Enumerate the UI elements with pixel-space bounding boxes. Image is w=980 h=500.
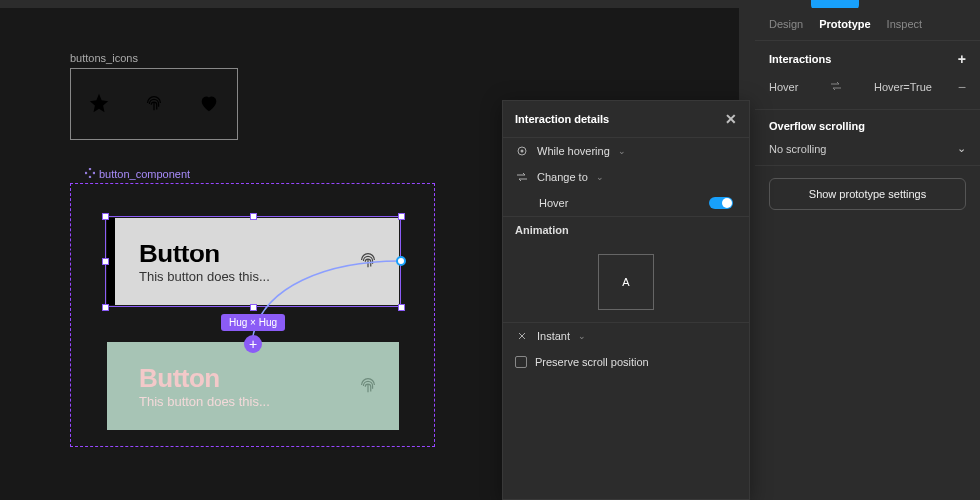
add-interaction-button[interactable]: + — [958, 51, 966, 67]
chevron-down-icon: ⌄ — [618, 146, 626, 156]
property-label: Hover — [539, 197, 568, 209]
svg-rect-3 — [93, 172, 95, 175]
animation-preview[interactable]: A — [598, 254, 654, 310]
constraint-badge: Hug × Hug — [221, 314, 285, 331]
fingerprint-icon — [143, 92, 165, 116]
add-variant-button[interactable]: + — [244, 335, 262, 353]
top-bar — [0, 0, 980, 8]
heart-icon — [198, 92, 220, 116]
tab-inspect[interactable]: Inspect — [887, 18, 922, 30]
popup-title: Interaction details — [515, 113, 609, 125]
svg-rect-1 — [89, 176, 92, 178]
interactions-section: Interactions + Hover Hover=True − — [755, 41, 980, 110]
action-value: Change to — [537, 171, 588, 183]
tab-prototype[interactable]: Prototype — [819, 18, 870, 30]
sidebar-tabs: Design Prototype Inspect — [755, 8, 980, 41]
easing-dropdown[interactable]: Instant ⌄ — [503, 323, 749, 349]
button-variant-hover[interactable]: Button This button does this... — [107, 342, 399, 430]
trigger-dropdown[interactable]: While hovering ⌄ — [503, 138, 749, 164]
swap-icon — [830, 80, 842, 94]
show-prototype-settings-button[interactable]: Show prototype settings — [769, 178, 966, 210]
overflow-value: No scrolling — [769, 143, 826, 155]
button-subtitle: This button does this... — [139, 394, 357, 409]
interaction-target: Hover=True — [874, 81, 932, 93]
prototype-connection-endpoint[interactable] — [396, 256, 406, 266]
interactions-title: Interactions — [769, 53, 831, 65]
easing-value: Instant — [537, 330, 570, 342]
swap-icon — [515, 171, 529, 183]
fingerprint-icon — [357, 374, 379, 398]
property-toggle-row: Hover — [503, 190, 749, 216]
preserve-scroll-label: Preserve scroll position — [535, 356, 649, 368]
resize-handle[interactable] — [398, 213, 405, 220]
remove-interaction-button[interactable]: − — [958, 79, 966, 95]
preserve-scroll-row[interactable]: Preserve scroll position — [503, 349, 749, 375]
chevron-down-icon: ⌄ — [957, 142, 966, 155]
svg-point-5 — [521, 150, 524, 153]
interaction-details-popup: Interaction details ✕ While hovering ⌄ C… — [502, 100, 750, 500]
tab-design[interactable]: Design — [769, 18, 803, 30]
mouse-hover-icon — [515, 145, 529, 157]
trigger-value: While hovering — [537, 145, 610, 157]
animation-section-title: Animation — [515, 224, 569, 236]
prototype-connection-curve — [250, 255, 410, 345]
button-title: Button — [139, 363, 357, 394]
chevron-down-icon: ⌄ — [596, 172, 604, 182]
resize-handle[interactable] — [102, 213, 109, 220]
interaction-trigger: Hover — [769, 81, 798, 93]
overflow-section: Overflow scrolling No scrolling ⌄ — [755, 110, 980, 166]
component-label-text: button_component — [99, 168, 190, 180]
resize-handle[interactable] — [102, 304, 109, 311]
hover-toggle[interactable] — [709, 197, 733, 209]
action-dropdown[interactable]: Change to ⌄ — [503, 164, 749, 190]
close-icon[interactable]: ✕ — [725, 111, 737, 127]
interaction-row[interactable]: Hover Hover=True − — [769, 75, 966, 99]
component-icon — [85, 168, 95, 180]
overflow-dropdown[interactable]: No scrolling ⌄ — [769, 142, 966, 155]
animation-preview-letter: A — [622, 276, 629, 288]
star-icon — [88, 92, 110, 116]
component-frame-label[interactable]: button_component — [85, 168, 190, 180]
resize-handle[interactable] — [102, 258, 109, 265]
chevron-down-icon: ⌄ — [578, 331, 586, 341]
instant-icon — [515, 330, 529, 342]
preserve-scroll-checkbox[interactable] — [515, 356, 527, 368]
svg-rect-2 — [85, 172, 87, 175]
resize-handle[interactable] — [250, 213, 257, 220]
svg-rect-0 — [89, 168, 92, 170]
overflow-title: Overflow scrolling — [769, 120, 865, 132]
frame-label-icons[interactable]: buttons_icons — [70, 52, 138, 64]
right-sidebar: Design Prototype Inspect Interactions + … — [755, 8, 980, 500]
icons-frame[interactable] — [70, 68, 238, 140]
